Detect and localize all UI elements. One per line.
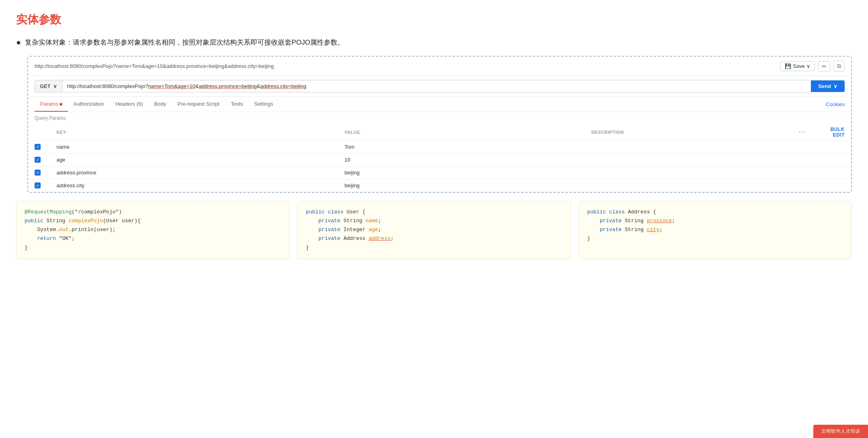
kw-public: public — [25, 218, 43, 224]
tabs-left: Params Authorization Headers (6) Body Pr… — [35, 97, 279, 112]
checkbox-name[interactable] — [35, 144, 41, 150]
row-key-name: name — [50, 141, 338, 154]
tab-authorization[interactable]: Authorization — [68, 97, 110, 112]
method-chevron-icon: ∨ — [53, 83, 57, 89]
save-chevron-icon: ∨ — [806, 63, 810, 69]
row-actions-province — [791, 166, 814, 179]
code-line: private Integer age; — [306, 225, 562, 234]
code-line: @RequestMapping("/complexPojo") — [25, 208, 281, 217]
bullet-dot: ● — [16, 38, 21, 47]
table-row: age 10 — [28, 154, 851, 166]
th-more: ··· — [791, 124, 814, 141]
code-line: public class User { — [306, 208, 562, 217]
row-checkbox-cell[interactable] — [28, 141, 50, 154]
annotation-text: @RequestMapping — [25, 209, 72, 215]
row-extra-age — [814, 154, 851, 166]
kw-private4: private — [600, 218, 622, 224]
field-age: age — [368, 227, 378, 233]
row-checkbox-cell[interactable] — [28, 166, 50, 179]
bullet-text: 复杂实体对象：请求参数名与形参对象属性名相同，按照对象层次结构关系即可接收嵌套P… — [25, 37, 344, 48]
kw-private2: private — [319, 227, 341, 233]
url-bar-text: http://localhost:8080/complexPojo?name=T… — [35, 63, 780, 69]
url-bar-actions: 💾 Save ∨ ✏ ⧉ — [780, 61, 845, 72]
postman-panel: http://localhost:8080/complexPojo?name=T… — [27, 56, 852, 193]
row-value-age: 10 — [338, 154, 585, 166]
copy-button[interactable]: ⧉ — [833, 61, 845, 72]
send-label: Send — [818, 83, 831, 89]
th-description: DESCRIPTION — [585, 124, 791, 141]
url-address-city: address.city=beijing — [260, 83, 306, 89]
row-desc-name — [585, 141, 791, 154]
kw-public2: public — [306, 209, 325, 215]
edit-button[interactable]: ✏ — [818, 61, 830, 72]
row-actions-age — [791, 154, 814, 166]
row-desc-age — [585, 154, 791, 166]
checkbox-city[interactable] — [35, 182, 41, 188]
code-line: public String complexPojo(User user){ — [25, 217, 281, 225]
th-value: VALUE — [338, 124, 585, 141]
row-extra-name — [814, 141, 851, 154]
method-url-row: GET ∨ http://localhost:8080/complexPojo?… — [28, 76, 851, 97]
kw-class2: class — [609, 209, 625, 215]
tab-tests[interactable]: Tests — [225, 97, 249, 112]
tab-params[interactable]: Params — [35, 97, 68, 112]
code-block-user: public class User { private String name;… — [297, 201, 570, 259]
row-desc-province — [585, 166, 791, 179]
tab-settings[interactable]: Settings — [249, 97, 279, 112]
row-checkbox-cell[interactable] — [28, 154, 50, 166]
send-chevron-icon: ∨ — [833, 83, 837, 89]
save-label: Save — [793, 63, 805, 69]
row-value-city: beijing — [338, 179, 585, 192]
row-extra-city — [814, 179, 851, 192]
tab-body[interactable]: Body — [148, 97, 172, 112]
url-input[interactable]: http://localhost:8080/complexPojo?name=T… — [62, 80, 811, 92]
params-table: KEY VALUE DESCRIPTION ··· Bulk Edit name… — [28, 124, 851, 192]
field-name: name — [366, 218, 378, 224]
checkbox-province[interactable] — [35, 170, 41, 176]
code-line: public class Address { — [587, 208, 843, 217]
row-value-name: Tom — [338, 141, 585, 154]
save-button[interactable]: 💾 Save ∨ — [780, 61, 815, 71]
table-row: address.province beijing — [28, 166, 851, 179]
th-bulk-edit[interactable]: Bulk Edit — [814, 124, 851, 141]
url-bar: http://localhost:8080/complexPojo?name=T… — [28, 57, 851, 76]
checkbox-age[interactable] — [35, 157, 41, 163]
kw-public3: public — [587, 209, 606, 215]
method-name: complexPojo — [68, 218, 103, 224]
code-line: } — [587, 234, 843, 243]
code-block-address: public class Address { private String pr… — [579, 201, 852, 259]
kw-return: return — [37, 235, 56, 242]
tabs-row: Params Authorization Headers (6) Body Pr… — [28, 97, 851, 112]
row-extra-province — [814, 166, 851, 179]
field-address: address — [368, 235, 391, 242]
bullet-section: ● 复杂实体对象：请求参数名与形参对象属性名相同，按照对象层次结构关系即可接收嵌… — [16, 37, 852, 48]
row-checkbox-cell[interactable] — [28, 179, 50, 192]
params-dot — [60, 103, 62, 106]
save-icon: 💾 — [785, 63, 791, 69]
th-key: KEY — [50, 124, 338, 141]
cookies-link[interactable]: Cookies — [826, 97, 845, 111]
code-line: private String city; — [587, 225, 843, 234]
bulk-edit-label[interactable]: Bulk Edit — [831, 127, 845, 138]
tab-pre-request[interactable]: Pre-request Script — [172, 97, 225, 112]
code-line: return "OK"; — [25, 234, 281, 243]
query-params-label: Query Params — [28, 112, 851, 124]
code-line: } — [306, 244, 562, 252]
row-actions-name — [791, 141, 814, 154]
tab-headers[interactable]: Headers (6) — [110, 97, 149, 112]
send-button[interactable]: Send ∨ — [811, 80, 845, 92]
code-line: } — [25, 244, 281, 252]
code-line: private Address address; — [306, 234, 562, 243]
code-block-controller: @RequestMapping("/complexPojo") public S… — [16, 201, 289, 259]
field-city: city — [647, 227, 659, 233]
code-blocks-row: @RequestMapping("/complexPojo") public S… — [16, 201, 852, 259]
kw-private3: private — [319, 235, 341, 242]
table-row: address.city beijing — [28, 179, 851, 192]
url-prefix: http://localhost:8080/complexPojo? — [67, 83, 148, 89]
row-key-province: address.province — [50, 166, 338, 179]
code-line: private String name; — [306, 217, 562, 225]
kw-class: class — [328, 209, 343, 215]
method-select[interactable]: GET ∨ — [35, 80, 62, 92]
row-key-age: age — [50, 154, 338, 166]
page-title: 实体参数 — [16, 12, 852, 27]
